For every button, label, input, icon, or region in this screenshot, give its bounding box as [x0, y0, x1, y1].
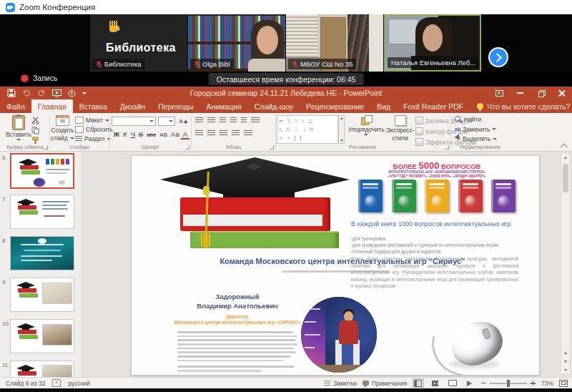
start-slideshow-icon[interactable] — [52, 89, 61, 97]
font-name-select[interactable] — [112, 117, 156, 126]
arrange-button[interactable]: Упорядочить — [348, 115, 385, 136]
zoom-camera-icon — [6, 3, 15, 12]
video-tile-olga[interactable]: Olga Bibl — [188, 14, 285, 72]
grow-font-button[interactable]: А▲ — [177, 117, 190, 126]
slide-sorter-view-button[interactable] — [430, 378, 441, 388]
copy-icon[interactable] — [31, 127, 40, 134]
change-case-button[interactable]: Аа — [169, 129, 181, 139]
paragraph-dialog-launcher[interactable] — [270, 145, 274, 150]
bullets-icon[interactable] — [195, 117, 203, 124]
slide-thumbnail-6-selected[interactable] — [10, 153, 74, 189]
tab-home[interactable]: Главная — [31, 99, 73, 113]
tab-file[interactable]: Файл — [0, 99, 31, 113]
increase-indent-icon[interactable] — [230, 117, 237, 124]
fit-slide-to-window-button[interactable] — [559, 380, 568, 387]
participant-name-label: Наталья Евгеньевна Леб... — [388, 57, 479, 68]
tab-foxit-pdf[interactable]: Foxit Reader PDF — [397, 99, 470, 113]
slide-thumbnail-8[interactable] — [10, 236, 74, 270]
language-indicator[interactable]: русский — [68, 380, 90, 387]
align-right-icon[interactable] — [220, 130, 227, 137]
zoom-slider-thumb[interactable] — [507, 380, 510, 387]
next-participants-button[interactable] — [488, 47, 508, 67]
video-tile-school[interactable]: МБОУ СШ No 35 — [286, 14, 383, 72]
slide-thumbnail-10[interactable] — [10, 319, 74, 353]
text-direction-icon[interactable] — [251, 117, 260, 124]
tab-review[interactable]: Рецензирование — [300, 99, 370, 113]
columns-icon[interactable] — [244, 130, 252, 137]
layout-button[interactable]: Макет — [75, 117, 113, 124]
underline-button[interactable]: Ч — [129, 129, 137, 139]
restore-icon — [538, 90, 544, 96]
scroll-down-button[interactable] — [561, 366, 570, 374]
scrollbar-thumb[interactable] — [563, 164, 568, 192]
zoom-out-button[interactable] — [481, 383, 486, 384]
previous-slide-button[interactable] — [561, 349, 570, 357]
normal-view-button[interactable] — [413, 378, 424, 388]
line-spacing-icon[interactable] — [241, 117, 247, 124]
spellcheck-icon[interactable]: ✓ — [52, 379, 61, 387]
collapse-ribbon-button[interactable] — [561, 142, 566, 148]
scroll-up-button[interactable] — [561, 154, 570, 162]
tab-insert[interactable]: Вставка — [73, 99, 114, 113]
zoom-in-button[interactable] — [531, 381, 536, 386]
restore-button[interactable] — [531, 87, 551, 99]
font-size-select[interactable] — [158, 117, 175, 126]
save-icon[interactable] — [7, 89, 16, 97]
font-color-button[interactable]: А — [181, 130, 189, 139]
shapes-gallery[interactable]: ▭ ╲ □ ○ ◻ △ ▷ → ↓ ◇ ☆ ~ ( ) — [277, 115, 338, 144]
zoom-percent[interactable]: 73% — [541, 380, 553, 387]
close-button[interactable] — [551, 87, 572, 99]
tab-view[interactable]: Вид — [370, 99, 397, 113]
replace-button[interactable]: abЗаменить — [455, 126, 497, 133]
bold-button[interactable]: Ж — [112, 129, 122, 139]
find-button[interactable]: Найти — [455, 116, 497, 123]
paste-button[interactable]: Вставить — [6, 115, 31, 141]
reset-button[interactable]: Сбросить — [75, 126, 113, 133]
numbering-icon[interactable] — [207, 117, 215, 124]
slideshow-view-button[interactable] — [464, 378, 475, 388]
close-icon — [558, 90, 565, 97]
slide-canvas[interactable]: Команда Московского центра интеллектуаль… — [131, 155, 540, 376]
justify-icon[interactable] — [232, 130, 240, 137]
undo-icon[interactable] — [22, 89, 31, 97]
video-tile-biblioteka[interactable]: Библиотека Библиотека — [90, 14, 187, 72]
shadow-button[interactable]: S — [137, 129, 145, 139]
new-slide-button[interactable]: Создать слайд — [51, 115, 74, 142]
tab-slideshow[interactable]: Слайд-шоу — [248, 99, 300, 113]
next-slide-button[interactable] — [561, 358, 570, 366]
tell-me-box[interactable]: Что вы хотите сделать? — [470, 99, 572, 113]
video-tile-natalya-active-speaker[interactable]: Наталья Евгеньевна Леб... — [384, 14, 481, 72]
slide-scrollbar[interactable] — [561, 153, 571, 375]
cut-icon[interactable] — [31, 117, 40, 124]
character-spacing-button[interactable]: АВ — [158, 130, 169, 139]
minimize-button[interactable] — [510, 87, 531, 99]
reading-view-button[interactable] — [447, 378, 458, 388]
align-center-icon[interactable] — [207, 130, 215, 137]
notes-toggle[interactable]: Заметки — [324, 380, 357, 387]
strikethrough-button[interactable]: abc — [145, 130, 158, 139]
shapes-gallery-scroll[interactable] — [338, 115, 345, 144]
comments-toggle[interactable]: Примечания — [363, 380, 407, 387]
drawing-dialog-launcher[interactable] — [445, 145, 449, 150]
redo-icon[interactable] — [37, 89, 46, 97]
slide-thumbnail-7[interactable] — [10, 195, 74, 229]
promo-subtitle-2: «ЧТО? ГДЕ? ПОЧЕМУ?», «СВОЯ ИГРА», «ЭРУДИ… — [350, 175, 524, 178]
section-button[interactable]: Раздел — [75, 135, 113, 142]
tab-animations[interactable]: Анимация — [199, 99, 247, 113]
font-dialog-launcher[interactable] — [185, 145, 189, 150]
slide-thumbnail-panel[interactable]: 6 7 — [0, 152, 82, 377]
tab-design[interactable]: Дизайн — [114, 99, 152, 113]
clipboard-dialog-launcher[interactable] — [44, 145, 48, 150]
quick-styles-button[interactable]: Экспресс- стили — [386, 115, 415, 142]
select-button[interactable]: Выделить — [455, 135, 497, 142]
tab-transitions[interactable]: Переходы — [152, 99, 199, 113]
slide-thumbnail-9[interactable] — [10, 278, 74, 312]
recording-indicator[interactable]: Запись — [21, 74, 57, 82]
zoom-slider[interactable] — [490, 383, 527, 384]
decrease-indent-icon[interactable] — [220, 117, 226, 124]
italic-button[interactable]: К — [122, 129, 129, 139]
ribbon-display-options-button[interactable] — [489, 87, 510, 99]
touch-mode-icon[interactable] — [68, 89, 76, 97]
align-left-icon[interactable] — [195, 130, 203, 137]
qat-customize-arrow-icon[interactable] — [82, 92, 87, 94]
